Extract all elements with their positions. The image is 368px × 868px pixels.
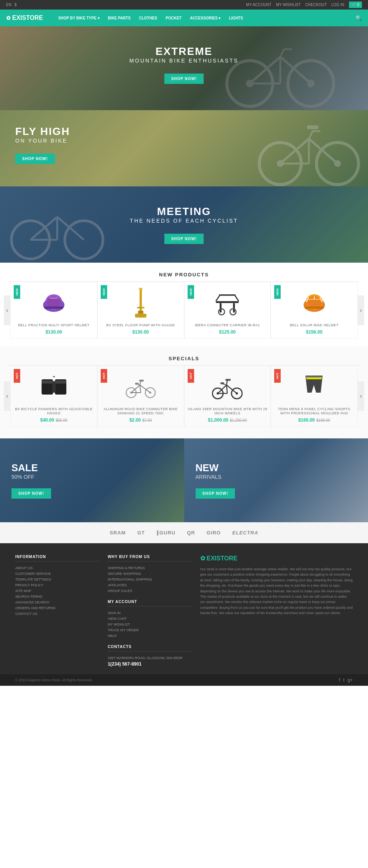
footer-link-group-sales[interactable]: GROUP SALES: [108, 589, 192, 593]
svg-line-78: [227, 385, 227, 393]
svg-line-67: [140, 381, 141, 385]
special-old-price-3: $1,200.00: [230, 418, 247, 422]
footer-link-advanced-search[interactable]: ADVANCED SEARCH: [15, 600, 100, 604]
twitter-icon[interactable]: t: [343, 677, 344, 683]
hero1-content: EXTREME MOUNTAIN BIKE ENTHUSIASTS SHOP N…: [0, 26, 368, 95]
product-price-1: $130.00: [14, 329, 94, 335]
svg-rect-30: [44, 306, 63, 309]
footer-link-view-cart[interactable]: VIEW CART: [108, 617, 192, 621]
language-selector[interactable]: EN: [6, 3, 11, 7]
cart-icon[interactable]: 🛒 0: [349, 2, 362, 8]
footer-link-contact-us[interactable]: CONTACT US: [15, 612, 100, 616]
footer-link-privacy-policy[interactable]: PRIVACY POLICY: [15, 583, 100, 587]
product-card-3[interactable]: NEW IBERA COMMUTER CARRI: [184, 282, 271, 339]
brand-sram[interactable]: SRAM: [110, 530, 126, 536]
footer-link-help[interactable]: HELP: [108, 634, 192, 638]
product-card-4[interactable]: NEW BELL SOLAR BIKE HELMET $1: [271, 282, 358, 339]
svg-rect-34: [135, 314, 146, 318]
footer-link-orders-returns[interactable]: ORDERS AND RETURNS: [15, 606, 100, 610]
footer-why-heading: WHY BUY FROM US: [108, 555, 192, 562]
my-wishlist-link[interactable]: MY WISHLIST: [276, 3, 301, 7]
nav-accessories[interactable]: ACCESSORIES ▾: [186, 10, 225, 26]
footer-link-international-shipping[interactable]: INTERNATIONAL SHIPPING: [108, 578, 192, 581]
new-products-grid: NEW BELL FRACTION MULTI SPORT HELMET $13…: [10, 282, 357, 339]
footer-link-shipping[interactable]: SHIPPING & RETURNS: [108, 566, 192, 570]
product-card-1[interactable]: NEW BELL FRACTION MULTI SPORT HELMET $13…: [10, 282, 97, 339]
new-products-next-btn[interactable]: ›: [358, 295, 364, 325]
logo[interactable]: ✿ EXISTORE: [6, 14, 43, 21]
special-price-2: $2.00: [129, 417, 141, 423]
product-card-2[interactable]: NEW BV STEEL FLOOR PUMP WITH GAUGE $130.…: [97, 282, 184, 339]
svg-rect-82: [220, 382, 224, 384]
svg-line-79: [227, 380, 227, 385]
specials-next-btn[interactable]: ›: [358, 381, 364, 411]
hero2-shop-now-btn[interactable]: SHOP NOW!: [15, 154, 55, 164]
new-products-prev-btn[interactable]: ‹: [4, 295, 10, 325]
new-arrivals-banner: NEW ARRIVALS SHOP NOW!: [184, 438, 368, 522]
product-badge-1: NEW: [14, 285, 20, 299]
special-card-3[interactable]: HOT: [184, 366, 271, 427]
svg-rect-35: [139, 288, 143, 290]
new-arrivals-content: NEW ARRIVALS SHOP NOW!: [184, 454, 247, 506]
hero3-content: MEETING THE NEEDS OF EACH CYCLIST SHOP N…: [0, 186, 368, 255]
hero2-content: FLY HIGH ON YOUR BIKE SHOP NOW!: [0, 110, 368, 175]
brand-guru[interactable]: ∥GURU: [156, 530, 175, 536]
special-card-2[interactable]: HOT: [97, 366, 184, 427]
helmet2-icon: [301, 290, 328, 316]
footer-link-customer-service[interactable]: CUSTOMER SERVICE: [15, 572, 100, 576]
footer-copyright: © 2015 Magento Demo Store. All Rights Re…: [15, 678, 93, 682]
brand-gt[interactable]: GT: [137, 530, 145, 536]
special-card-4[interactable]: HOT TENN MENS 8 PANEL CYCLING SHORTS WIT…: [271, 366, 358, 427]
brand-qr[interactable]: QR: [187, 530, 195, 536]
special-price-1: $40.00: [40, 417, 54, 423]
google-plus-icon[interactable]: g+: [347, 677, 353, 683]
special-name-1: BV BICYCLE PANNIERS WITH ADJUSTABLE HOOK…: [14, 407, 94, 416]
footer-account-heading: MY ACCOUNT: [108, 600, 192, 606]
nav-shop-by-bike-type[interactable]: SHOP BY BIKE TYPE ▾: [55, 10, 103, 26]
nav-bike-parts[interactable]: BIKE PARTS: [104, 10, 135, 26]
specials-grid: HOT BV BICYCLE PANNIERS WITH ADJUSTABLE …: [10, 366, 357, 427]
footer-link-secure-shopping[interactable]: SECURE SHOPPING: [108, 572, 192, 576]
special-name-2: ALUMINUM ROAD BIKE COMMUTER BIKE SHIMANO…: [101, 407, 181, 416]
footer-link-template-settings[interactable]: TEMPLATE SETTINGS: [15, 578, 100, 581]
footer-contacts-heading: CONTACTS: [108, 645, 192, 651]
nav-clothes[interactable]: CLOTHES: [135, 10, 161, 26]
footer-link-site-map[interactable]: SITE MAP: [15, 589, 100, 593]
svg-line-41: [235, 295, 239, 301]
login-link[interactable]: LOG IN: [331, 3, 344, 7]
svg-rect-48: [305, 306, 324, 309]
brand-giro[interactable]: GIRO: [207, 530, 221, 536]
search-icon[interactable]: 🔍: [355, 15, 362, 21]
nav-lights[interactable]: LIGHTS: [225, 10, 247, 26]
footer-link-track-order[interactable]: TRACK MY ORDER: [108, 628, 192, 632]
hero1-shop-now-btn[interactable]: SHOP NOW!: [164, 74, 204, 84]
logo-text: EXISTORE: [12, 14, 43, 21]
product-name-3: IBERA COMMUTER CARRIER IB-RA1: [188, 323, 268, 328]
checkout-link[interactable]: CHECKOUT: [305, 3, 327, 7]
specials-prev-btn[interactable]: ‹: [4, 381, 10, 411]
product-price-4: $156.00: [274, 329, 354, 335]
svg-rect-83: [305, 375, 323, 377]
footer-link-affiliates[interactable]: AFFILIATES: [108, 583, 192, 587]
product-price-2: $130.00: [101, 329, 181, 335]
sale-shop-now-btn[interactable]: SHOP NOW!: [11, 488, 51, 499]
new-arrivals-title: NEW: [196, 462, 235, 474]
footer-link-about-us[interactable]: ABOUT US: [15, 566, 100, 570]
my-account-link[interactable]: MY ACCOUNT: [246, 3, 272, 7]
footer-link-sign-in[interactable]: SIGN IN: [108, 611, 192, 615]
hero3-shop-now-btn[interactable]: SHOP NOW!: [164, 234, 204, 244]
currency-selector[interactable]: $: [14, 3, 17, 7]
svg-line-66: [140, 385, 141, 393]
special-img-3: [188, 370, 268, 404]
special-card-1[interactable]: HOT BV BICYCLE PANNIERS WITH ADJUSTABLE …: [10, 366, 97, 427]
nav-pocket[interactable]: POCKET: [162, 10, 185, 26]
hero-banner-2: FLY HIGH ON YOUR BIKE SHOP NOW!: [0, 110, 368, 186]
footer-link-my-wishlist[interactable]: MY WISHLIST: [108, 623, 192, 626]
brand-electra[interactable]: Electra: [232, 530, 258, 536]
footer-link-search-terms[interactable]: SEARCH TERMS: [15, 595, 100, 598]
facebook-icon[interactable]: f: [339, 677, 340, 683]
new-arrivals-shop-now-btn[interactable]: SHOP NOW!: [196, 488, 235, 499]
svg-rect-42: [219, 294, 236, 296]
logo-icon: ✿: [6, 15, 11, 21]
product-img-3: [188, 286, 268, 320]
